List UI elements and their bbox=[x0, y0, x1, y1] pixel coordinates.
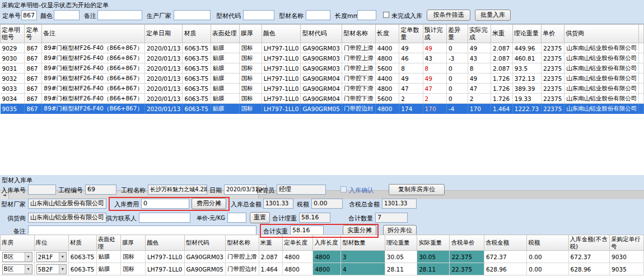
table-row[interactable]: 903386789#门框型材F26-F40（866+867）2020/01/13… bbox=[1, 84, 644, 94]
table-row[interactable]: 903186789#门框型材F26-F40（866+867）2020/01/13… bbox=[1, 63, 644, 73]
warehouse-combo[interactable]: B区▾ bbox=[1, 263, 35, 275]
column-header[interactable]: 采购定单行号 bbox=[610, 235, 644, 251]
column-header[interactable]: 颜色 bbox=[262, 25, 301, 43]
length-filter-input[interactable] bbox=[357, 10, 376, 20]
table-row[interactable]: B区▾5B2F▾6063-T5贴膜国标LH797-1LL0GA90GRM05门带… bbox=[1, 263, 644, 275]
supplier-field[interactable]: 山东南山铝业股份有限公司 bbox=[28, 213, 106, 223]
column-header[interactable]: 定单号 bbox=[25, 25, 42, 43]
combo-value: B区 bbox=[3, 253, 25, 261]
inbound-fee-field[interactable]: 0 bbox=[141, 199, 189, 209]
cell: 9029 bbox=[1, 43, 25, 53]
column-header[interactable]: 含税单价 bbox=[450, 235, 484, 251]
column-header[interactable]: 米重 bbox=[491, 25, 513, 43]
chevron-down-icon[interactable]: ▾ bbox=[59, 265, 66, 274]
column-header[interactable]: 单价 bbox=[542, 25, 564, 43]
supplier-contact-field[interactable] bbox=[139, 213, 190, 223]
column-header[interactable]: 膜厚 bbox=[121, 235, 146, 251]
column-header[interactable]: 型材名称 bbox=[226, 235, 259, 251]
color-filter-input[interactable] bbox=[54, 10, 80, 20]
table-row[interactable]: B区▾2R1F▾6063-T5贴膜国标LH797-1LL0GA90GRM03门带… bbox=[1, 251, 644, 263]
column-header[interactable]: 入库长度 bbox=[313, 235, 341, 251]
column-header[interactable]: 表面处理 bbox=[211, 25, 239, 43]
cell: LH797-1LL0 bbox=[145, 263, 184, 275]
cell: 449.96 bbox=[512, 43, 541, 53]
project-no-field[interactable]: 69 bbox=[85, 185, 116, 195]
tax-field[interactable]: 0.00 bbox=[311, 199, 343, 209]
cell: 93.5 bbox=[512, 63, 541, 73]
chevron-down-icon[interactable]: ▾ bbox=[59, 252, 66, 261]
column-header[interactable]: 表面处理 bbox=[96, 235, 121, 251]
cell: GA90GRM03 bbox=[301, 63, 342, 73]
column-header[interactable]: 长度 bbox=[375, 25, 399, 43]
keeper-field[interactable]: 经理 bbox=[277, 185, 326, 195]
cell: GA90GRM03 bbox=[184, 251, 226, 263]
cell: LH797-1LL0 bbox=[145, 251, 184, 263]
column-header[interactable]: 型材名称 bbox=[342, 25, 375, 43]
column-header[interactable]: 预计完成 bbox=[423, 25, 446, 43]
location-combo[interactable]: 2R1F▾ bbox=[34, 251, 68, 263]
name-filter-input[interactable] bbox=[306, 10, 330, 20]
table-row[interactable]: 903586789#门框型材F26-F40（866+867）2020/01/13… bbox=[1, 104, 644, 114]
column-header[interactable]: 材质 bbox=[183, 25, 211, 43]
column-header[interactable]: 理论重量 bbox=[385, 235, 417, 251]
cell: 2 bbox=[468, 94, 491, 104]
column-header[interactable]: 入库金额(不含税) bbox=[568, 235, 610, 251]
unfinished-checkbox[interactable] bbox=[383, 12, 389, 18]
column-header[interactable]: 供货商 bbox=[564, 25, 639, 43]
column-header[interactable]: 备注 bbox=[42, 25, 145, 43]
column-header[interactable]: 膜厚 bbox=[239, 25, 262, 43]
inbound-confirm-checkbox[interactable] bbox=[340, 186, 347, 192]
column-header[interactable]: 库位 bbox=[34, 235, 68, 251]
table-row[interactable]: 903086789#门框型材F26-F40（866+867）2020/01/13… bbox=[1, 53, 644, 63]
total-qty-field[interactable]: 7 bbox=[375, 213, 408, 223]
column-header[interactable]: 定单数量 bbox=[399, 25, 423, 43]
profile-maker-field[interactable]: 山东南山铝业股份有限公司 bbox=[28, 199, 106, 209]
column-header[interactable]: 型材数量 bbox=[341, 235, 385, 251]
total-with-tax-field[interactable]: 1301.33 bbox=[382, 199, 417, 209]
table-row[interactable]: 902986789#门框型材F26-F40（866+867）2020/01/13… bbox=[1, 43, 644, 53]
table-row[interactable]: 903286789#门框型材F26-F40（866+867）2020/01/13… bbox=[1, 73, 644, 84]
cell: 628.96 bbox=[484, 263, 526, 275]
column-header[interactable]: 颜色 bbox=[145, 235, 184, 251]
theory-weight-total-field[interactable]: 58.16 bbox=[299, 213, 330, 223]
column-header[interactable]: 定单长度 bbox=[283, 235, 313, 251]
code-filter-input[interactable] bbox=[243, 10, 274, 20]
column-header[interactable]: 米重 bbox=[259, 235, 283, 251]
column-header[interactable]: 型材代码 bbox=[301, 25, 342, 43]
column-header[interactable]: 定单日期 bbox=[144, 25, 183, 43]
chevron-down-icon[interactable]: ▾ bbox=[25, 252, 32, 261]
column-header[interactable]: 型材代码 bbox=[184, 235, 226, 251]
maker-filter-input[interactable] bbox=[174, 10, 211, 20]
cell: 6063-T5 bbox=[183, 43, 211, 53]
table-row[interactable]: 903486789#门框型材F26-F40（866+867）2020/01/13… bbox=[1, 94, 644, 104]
column-header[interactable]: 定单明细号 bbox=[1, 25, 25, 43]
cell: 0 bbox=[446, 63, 468, 73]
column-header[interactable]: 税额 bbox=[527, 235, 568, 251]
column-header[interactable]: 库房 bbox=[1, 235, 35, 251]
cell: 43 bbox=[468, 53, 491, 63]
column-header[interactable]: 实际完成 bbox=[468, 25, 491, 43]
order-no-input[interactable] bbox=[21, 10, 37, 20]
cell: 贴膜 bbox=[211, 63, 239, 73]
filter-by-condition-button[interactable]: 按条件筛选 bbox=[427, 10, 470, 21]
receipt-no-field[interactable] bbox=[28, 185, 56, 195]
location-combo[interactable]: 5B2F▾ bbox=[34, 263, 68, 275]
project-name-field[interactable]: 长沙万科魅力之城4.2期 bbox=[148, 185, 207, 195]
inbound-total-field[interactable]: 1301.33 bbox=[263, 199, 293, 209]
unit-price-field[interactable] bbox=[227, 213, 246, 223]
column-header[interactable]: 材质 bbox=[68, 235, 96, 251]
batch-inbound-button[interactable]: 批量入库 bbox=[475, 10, 511, 21]
cell: 4800 bbox=[375, 104, 399, 114]
column-header[interactable] bbox=[639, 25, 644, 43]
reset-button[interactable]: 重置 bbox=[250, 212, 270, 223]
chevron-down-icon[interactable]: ▾ bbox=[25, 265, 32, 274]
remark-filter-input[interactable] bbox=[97, 10, 142, 20]
column-header[interactable]: 理论重量 bbox=[512, 25, 541, 43]
column-header[interactable]: 含税金额 bbox=[484, 235, 526, 251]
column-header[interactable]: 实际重量 bbox=[417, 235, 450, 251]
fee-allocate-button[interactable]: 费用分摊 bbox=[192, 198, 226, 209]
warehouse-combo[interactable]: B区▾ bbox=[1, 251, 35, 263]
column-header[interactable]: 差异量 bbox=[446, 25, 468, 43]
copy-warehouse-button[interactable]: 复制库房库位 bbox=[389, 184, 445, 195]
unit-price-label: 单价-元/KG bbox=[193, 214, 225, 222]
